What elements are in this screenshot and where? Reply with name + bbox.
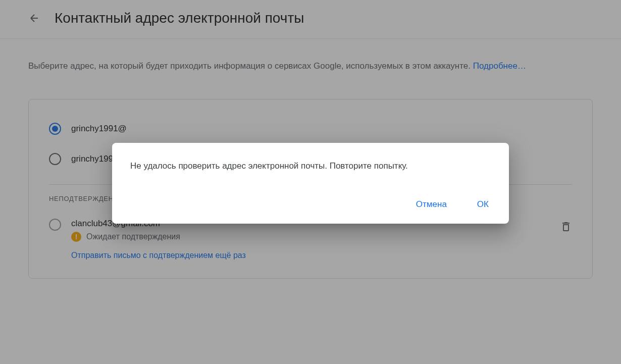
dialog-message: Не удалось проверить адрес электронной п… xyxy=(130,161,495,171)
ok-button[interactable]: ОК xyxy=(471,195,495,214)
modal-overlay[interactable]: Не удалось проверить адрес электронной п… xyxy=(0,0,621,364)
cancel-button[interactable]: Отмена xyxy=(410,195,453,214)
dialog-actions: Отмена ОК xyxy=(130,195,495,214)
error-dialog: Не удалось проверить адрес электронной п… xyxy=(112,143,509,224)
